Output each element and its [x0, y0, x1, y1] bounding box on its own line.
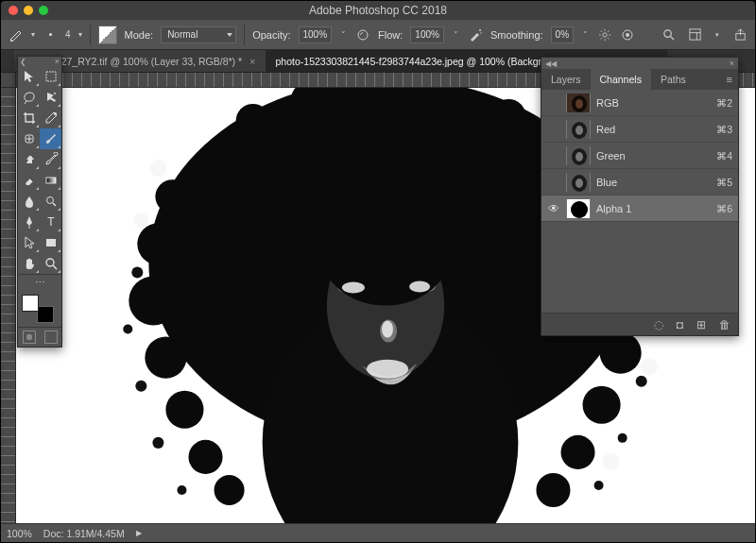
- type-tool[interactable]: T: [40, 212, 61, 232]
- tab-paths[interactable]: Paths: [651, 69, 696, 90]
- zoom-tool[interactable]: [40, 253, 61, 274]
- color-swatches[interactable]: [22, 295, 54, 323]
- svg-point-88: [576, 126, 583, 135]
- foreground-color-swatch[interactable]: [22, 295, 39, 312]
- gear-icon[interactable]: [597, 27, 612, 42]
- search-icon[interactable]: [661, 27, 676, 42]
- edit-toolbar-icon[interactable]: ⋯: [35, 277, 45, 289]
- channel-thumbnail: [566, 146, 591, 165]
- smoothing-input[interactable]: 0%: [551, 26, 574, 43]
- artboard-tool[interactable]: [40, 66, 61, 87]
- doc-info[interactable]: Doc: 1.91M/4.45M: [43, 528, 125, 539]
- svg-point-38: [236, 104, 270, 138]
- tool-preset-icon[interactable]: [9, 27, 24, 42]
- lasso-tool[interactable]: [18, 87, 40, 108]
- close-icon[interactable]: ×: [730, 59, 734, 68]
- svg-rect-75: [46, 178, 56, 183]
- save-selection-icon[interactable]: ◘: [677, 318, 683, 331]
- eyedropper-tool[interactable]: [40, 108, 61, 128]
- smoothing-label: Smoothing:: [490, 29, 543, 41]
- load-selection-icon[interactable]: ◌: [654, 318, 663, 331]
- svg-point-91: [576, 152, 583, 161]
- chevron-down-icon[interactable]: ˅: [452, 30, 460, 40]
- blend-mode-select[interactable]: Normal: [161, 26, 236, 43]
- screen-mode-icon[interactable]: [44, 331, 58, 344]
- svg-point-34: [600, 332, 642, 374]
- quick-mask-icon[interactable]: [23, 331, 36, 344]
- svg-point-2: [479, 29, 481, 31]
- brush-tool[interactable]: [40, 128, 61, 149]
- traffic-lights: [9, 6, 48, 15]
- channel-shortcut: ⌘4: [716, 150, 732, 161]
- collapse-icon[interactable]: ◀◀: [545, 59, 557, 68]
- opacity-input[interactable]: 100%: [299, 26, 333, 43]
- tools-panel[interactable]: ❮ × T ⋯: [17, 56, 62, 348]
- zoom-level[interactable]: 100%: [7, 528, 32, 539]
- pressure-size-icon[interactable]: [620, 27, 635, 42]
- channels-panel[interactable]: ◀◀ × Layers Channels Paths ≡ RGB⌘2Red⌘3G…: [541, 57, 739, 336]
- tab-layers[interactable]: Layers: [541, 69, 591, 90]
- svg-point-3: [480, 32, 481, 33]
- flow-input[interactable]: 100%: [410, 26, 444, 43]
- history-brush-tool[interactable]: [40, 149, 61, 170]
- share-icon[interactable]: [732, 27, 747, 42]
- visibility-toggle[interactable]: 👁: [547, 202, 560, 215]
- channel-list: RGB⌘2Red⌘3Green⌘4Blue⌘5👁Alpha 1⌘6: [541, 90, 738, 222]
- brush-size-value[interactable]: 4: [65, 29, 71, 40]
- svg-point-47: [177, 485, 186, 495]
- svg-point-76: [46, 197, 53, 204]
- tab-channels[interactable]: Channels: [591, 69, 651, 90]
- rectangle-tool[interactable]: [40, 232, 61, 253]
- crop-tool[interactable]: [18, 108, 40, 128]
- brush-panel-button[interactable]: [98, 25, 117, 44]
- chevron-down-icon[interactable]: ▾: [31, 30, 35, 39]
- svg-point-35: [583, 386, 621, 424]
- close-window-button[interactable]: [9, 6, 18, 15]
- svg-point-66: [149, 160, 166, 177]
- chevron-down-icon[interactable]: ˅: [581, 30, 590, 40]
- gradient-tool[interactable]: [40, 170, 61, 191]
- svg-point-51: [618, 433, 627, 443]
- close-icon[interactable]: ×: [55, 57, 60, 66]
- svg-point-69: [54, 93, 56, 94]
- hand-tool[interactable]: [18, 253, 40, 274]
- new-channel-icon[interactable]: ⊞: [696, 318, 706, 331]
- move-tool[interactable]: [18, 66, 40, 87]
- quick-select-tool[interactable]: [40, 87, 61, 108]
- chevron-right-icon[interactable]: ▶: [136, 529, 142, 537]
- clone-stamp-tool[interactable]: [18, 149, 40, 170]
- close-icon[interactable]: ×: [249, 56, 255, 67]
- svg-point-0: [10, 40, 12, 42]
- channel-thumbnail: [566, 173, 591, 192]
- dodge-tool[interactable]: [40, 191, 61, 212]
- channel-row[interactable]: Blue⌘5: [541, 169, 738, 195]
- pen-tool[interactable]: [18, 212, 40, 232]
- panel-empty-area: [541, 222, 738, 313]
- chevron-down-icon[interactable]: ˅: [339, 30, 348, 40]
- pressure-opacity-icon[interactable]: [355, 27, 370, 42]
- vertical-ruler[interactable]: [1, 88, 16, 523]
- chevron-down-icon[interactable]: ▾: [78, 30, 82, 39]
- channel-row[interactable]: 👁Alpha 1⌘6: [541, 195, 738, 222]
- ruler-origin[interactable]: [1, 73, 16, 88]
- delete-channel-icon[interactable]: 🗑: [719, 318, 730, 331]
- eraser-tool[interactable]: [18, 170, 40, 191]
- blur-tool[interactable]: [18, 191, 40, 212]
- channel-row[interactable]: Green⌘4: [541, 143, 738, 169]
- panel-menu-icon[interactable]: ≡: [721, 69, 738, 90]
- minimize-window-button[interactable]: [24, 6, 33, 15]
- collapse-icon[interactable]: ❮: [20, 58, 26, 66]
- maximize-window-button[interactable]: [39, 6, 48, 15]
- brush-preview-icon[interactable]: [43, 27, 58, 42]
- airbrush-icon[interactable]: [468, 27, 483, 42]
- channel-row[interactable]: Red⌘3: [541, 116, 738, 143]
- svg-point-65: [603, 453, 620, 470]
- healing-brush-tool[interactable]: [18, 128, 40, 149]
- panel-footer: ◌ ◘ ⊞ 🗑: [541, 313, 738, 335]
- chevron-down-icon[interactable]: ▾: [713, 31, 721, 39]
- background-color-swatch[interactable]: [37, 306, 54, 323]
- channel-row[interactable]: RGB⌘2: [541, 90, 738, 116]
- path-select-tool[interactable]: [18, 232, 40, 253]
- svg-rect-68: [46, 72, 56, 81]
- workspace-icon[interactable]: [687, 27, 702, 42]
